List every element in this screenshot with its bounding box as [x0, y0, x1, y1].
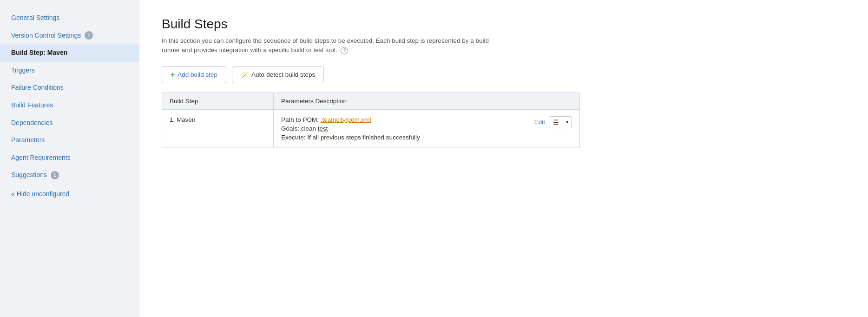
add-build-step-label: Add build step [178, 71, 217, 78]
hide-unconfigured-link[interactable]: « Hide unconfigured [0, 186, 139, 202]
path-label: Path to POM: [281, 116, 321, 123]
sidebar-item-label: Suggestions [11, 171, 47, 180]
sidebar-item-parameters[interactable]: Parameters [0, 132, 139, 149]
sidebar-item-suggestions[interactable]: Suggestions1 [0, 166, 139, 184]
build-step-cell: 1. Maven [162, 109, 274, 147]
path-value[interactable]: .teamcity/pom.xml [321, 116, 371, 123]
sidebar-item-label: Build Step: Maven [11, 48, 67, 58]
execute-line: Execute: If all previous steps finished … [281, 134, 420, 141]
col-header-params: Parameters Description [274, 92, 580, 109]
goals-value-underline: test [318, 125, 328, 132]
main-content: Build Steps In this section you can conf… [139, 0, 868, 317]
col-header-build-step: Build Step [162, 92, 274, 109]
goals-label: Goals: clean [281, 125, 318, 132]
sidebar-item-label: Triggers [11, 66, 35, 75]
sidebar-item-label: Failure Conditions [11, 83, 64, 92]
wand-icon: 🪄 [241, 71, 249, 79]
sidebar-item-agent-requirements[interactable]: Agent Requirements [0, 149, 139, 167]
sidebar-item-triggers[interactable]: Triggers [0, 62, 139, 79]
sidebar-item-badge: 1 [51, 171, 59, 179]
params-cell: Path to POM: .teamcity/pom.xmlGoals: cle… [274, 109, 580, 147]
goals-line: Goals: clean test [281, 125, 420, 132]
help-icon[interactable]: ? [341, 47, 348, 54]
plus-icon: + [171, 71, 175, 79]
sidebar-item-label: Dependencies [11, 119, 53, 128]
sidebar: General SettingsVersion Control Settings… [0, 0, 139, 317]
sidebar-item-general-settings[interactable]: General Settings [0, 9, 139, 27]
action-btn-caret[interactable]: ▾ [563, 117, 572, 127]
sidebar-item-build-features[interactable]: Build Features [0, 97, 139, 114]
auto-detect-label: Auto-detect build steps [251, 71, 315, 78]
sidebar-item-label: Build Features [11, 101, 53, 110]
table-header-row: Build Step Parameters Description [162, 92, 580, 109]
step-name: 1. Maven [170, 116, 196, 123]
auto-detect-button[interactable]: 🪄 Auto-detect build steps [232, 66, 324, 83]
sidebar-item-version-control-settings[interactable]: Version Control Settings1 [0, 27, 139, 45]
add-build-step-button[interactable]: + Add build step [162, 66, 226, 83]
row-action-button[interactable]: ☰▾ [549, 116, 572, 128]
page-title: Build Steps [162, 17, 846, 32]
sidebar-item-label: Version Control Settings [11, 31, 81, 40]
sidebar-item-label: Parameters [11, 136, 45, 145]
build-steps-table: Build Step Parameters Description 1. Mav… [162, 92, 580, 148]
sidebar-item-build-step-maven[interactable]: Build Step: Maven [0, 44, 139, 62]
path-line: Path to POM: .teamcity/pom.xml [281, 116, 420, 123]
edit-link[interactable]: Edit [534, 119, 545, 125]
action-buttons: + Add build step 🪄 Auto-detect build ste… [162, 66, 846, 83]
sidebar-item-label: Agent Requirements [11, 153, 71, 163]
sidebar-item-badge: 1 [85, 31, 93, 40]
sidebar-item-failure-conditions[interactable]: Failure Conditions [0, 79, 139, 97]
sidebar-item-label: General Settings [11, 13, 59, 23]
sidebar-item-dependencies[interactable]: Dependencies [0, 114, 139, 132]
params-wrapper: Path to POM: .teamcity/pom.xmlGoals: cle… [281, 116, 572, 141]
action-btn-icon: ☰ [549, 117, 563, 128]
table-row: 1. MavenPath to POM: .teamcity/pom.xmlGo… [162, 109, 580, 147]
page-description: In this section you can configure the se… [162, 36, 496, 55]
